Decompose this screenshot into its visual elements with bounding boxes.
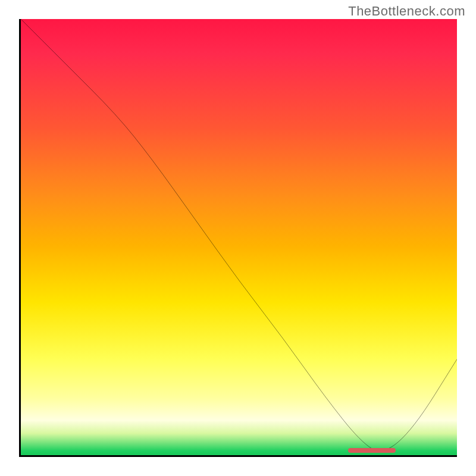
watermark-text: TheBottleneck.com	[348, 4, 465, 19]
optimal-range-marker	[348, 448, 396, 453]
plot-area	[19, 19, 457, 457]
bottleneck-curve	[21, 19, 457, 455]
chart-frame: TheBottleneck.com	[0, 0, 476, 476]
